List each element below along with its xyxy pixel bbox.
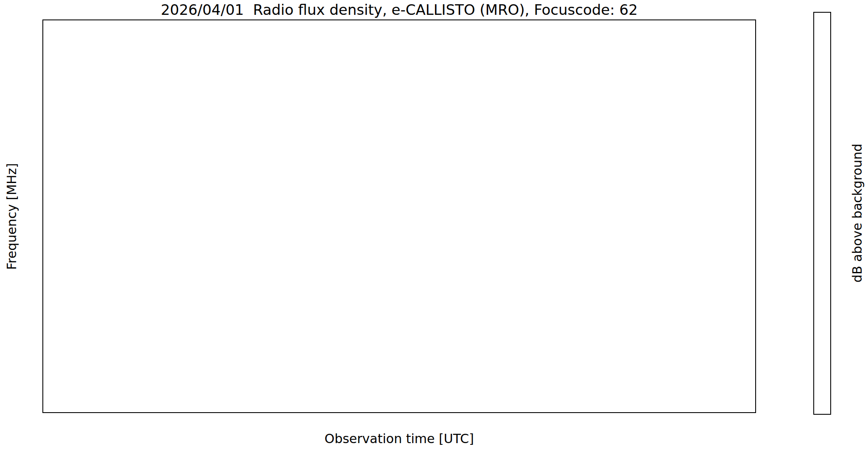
colorbar-label: dB above background: [850, 144, 865, 283]
y-axis-label: Frequency [MHz]: [4, 163, 19, 270]
spectrogram-figure: 2026/04/01 Radio flux density, e-CALLIST…: [0, 0, 868, 452]
spectrogram-canvas: [43, 20, 170, 84]
colorbar-canvas: [814, 13, 868, 76]
chart-title: 2026/04/01 Radio flux density, e-CALLIST…: [43, 1, 755, 18]
x-axis-label: Observation time [UTC]: [43, 431, 755, 446]
